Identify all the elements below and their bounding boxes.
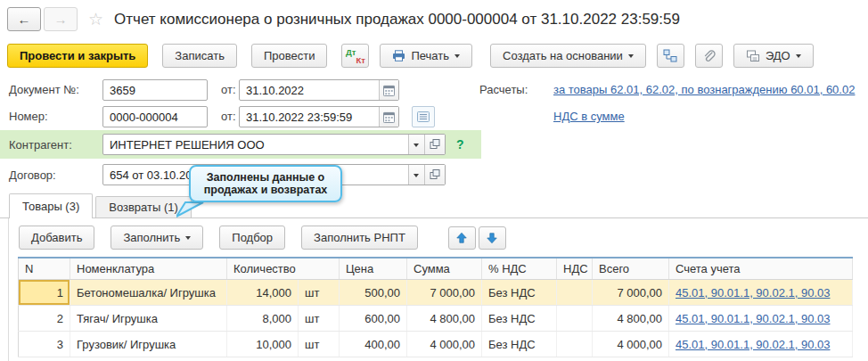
cell-unit: шт bbox=[299, 306, 340, 332]
help-link[interactable]: ? bbox=[456, 137, 464, 152]
edo-button[interactable]: ЭДО bbox=[733, 44, 814, 68]
cell-total: 7 000,00 bbox=[593, 280, 669, 306]
dtkt-icon: ДтКт bbox=[346, 48, 365, 64]
contract-dropdown-button[interactable] bbox=[408, 165, 424, 185]
forward-arrow-icon: → bbox=[54, 12, 68, 27]
cell-nomenclature: Грузовик/ Игрушка bbox=[70, 332, 227, 357]
cell-accounts: 45.01, 90.01.1, 90.02.1, 90.03 bbox=[669, 306, 853, 332]
print-button[interactable]: Печать bbox=[380, 44, 472, 68]
document-date-field[interactable] bbox=[239, 79, 399, 101]
edo-documents-icon bbox=[746, 50, 760, 62]
number-input[interactable] bbox=[103, 107, 207, 127]
contract-open-button[interactable] bbox=[424, 165, 445, 185]
dropdown-caret-icon bbox=[414, 144, 419, 147]
counterparty-field[interactable] bbox=[102, 134, 446, 155]
cell-amount: 7 000,00 bbox=[407, 280, 482, 306]
number-field[interactable] bbox=[102, 106, 208, 127]
document-no-label: Документ №: bbox=[9, 83, 79, 96]
number-datetime-input[interactable] bbox=[240, 107, 379, 127]
document-no-field[interactable] bbox=[102, 79, 208, 101]
move-row-buttons bbox=[448, 226, 506, 250]
table-toolbar: Добавить Заполнить Подбор Заполнить РНПТ bbox=[9, 226, 868, 250]
move-down-button[interactable] bbox=[479, 226, 506, 250]
pick-button[interactable]: Подбор bbox=[219, 226, 285, 250]
nav-buttons: ← → bbox=[7, 7, 78, 31]
command-toolbar: Провести и закрыть Записать Провести ДтК… bbox=[0, 33, 868, 73]
number-datetime-field[interactable] bbox=[239, 106, 399, 127]
cell-n: 2 bbox=[19, 306, 70, 332]
col-vat-rate: % НДС bbox=[482, 258, 557, 280]
counterparty-label: Контрагент: bbox=[9, 138, 72, 152]
fill-rnpt-button[interactable]: Заполнить РНПТ bbox=[301, 226, 418, 250]
back-button[interactable]: ← bbox=[7, 7, 41, 31]
dropdown-caret-icon bbox=[454, 54, 460, 58]
table-row[interactable]: 1 Бетономешалка/ Игрушка 14,000 шт 500,0… bbox=[19, 280, 853, 306]
save-button[interactable]: Записать bbox=[162, 44, 237, 68]
cell-accounts: 45.01, 90.01.1, 90.02.1, 90.03 bbox=[669, 332, 853, 357]
col-amount: Сумма bbox=[407, 258, 482, 280]
cell-unit: шт bbox=[299, 332, 340, 357]
table-row[interactable]: 3 Грузовик/ Игрушка 10,000 шт 400,00 4 0… bbox=[19, 332, 853, 357]
accounts-link[interactable]: 45.01, 90.01.1, 90.02.1, 90.03 bbox=[676, 286, 830, 299]
goods-table: N Номенклатура Количество Цена Сумма % Н… bbox=[18, 257, 853, 357]
hint-tooltip: Заполнены данные о продажах и возвратах bbox=[189, 165, 342, 202]
table-row[interactable]: 2 Тягач/ Игрушка 8,000 шт 600,00 4 800,0… bbox=[19, 306, 853, 332]
col-nomenclature: Номенклатура bbox=[70, 258, 227, 280]
document-date-input[interactable] bbox=[240, 80, 379, 100]
cell-nomenclature: Тягач/ Игрушка bbox=[70, 306, 227, 332]
list-view-button[interactable] bbox=[412, 106, 435, 127]
cell-qty: 8,000 bbox=[227, 306, 299, 332]
dtkt-postings-button[interactable]: ДтКт bbox=[341, 44, 369, 68]
move-up-button[interactable] bbox=[448, 226, 476, 250]
titlebar: ← → ☆ Отчет комиссионера о розничных про… bbox=[0, 0, 868, 33]
number-label: Номер: bbox=[9, 110, 48, 123]
cell-vat bbox=[557, 332, 593, 357]
col-quantity: Количество bbox=[227, 258, 340, 280]
cell-vat-rate: Без НДС bbox=[482, 332, 557, 357]
create-based-on-button[interactable]: Создать на основании bbox=[490, 44, 646, 68]
settlements-accounts-link[interactable]: за товары 62.01, 62.02, по вознаграждени… bbox=[553, 83, 855, 96]
dropdown-caret-icon bbox=[185, 236, 191, 240]
attachments-button[interactable] bbox=[695, 44, 723, 68]
goods-panel: Добавить Заполнить Подбор Заполнить РНПТ bbox=[8, 218, 868, 361]
back-arrow-icon: ← bbox=[18, 12, 31, 27]
document-no-input[interactable] bbox=[103, 80, 207, 100]
tab-goods[interactable]: Товары (3) bbox=[9, 193, 93, 218]
post-button[interactable]: Провести bbox=[251, 44, 328, 68]
col-price: Цена bbox=[340, 258, 407, 280]
fill-button[interactable]: Заполнить bbox=[111, 226, 203, 250]
cell-total: 4 000,00 bbox=[593, 332, 669, 357]
favorite-star-icon[interactable]: ☆ bbox=[88, 11, 103, 28]
cell-price: 600,00 bbox=[340, 306, 407, 332]
list-icon bbox=[417, 111, 430, 122]
post-and-close-button[interactable]: Провести и закрыть bbox=[7, 44, 148, 68]
forward-button[interactable]: → bbox=[44, 7, 78, 31]
cell-vat-rate: Без НДС bbox=[482, 280, 557, 306]
from-label: от: bbox=[221, 83, 236, 96]
related-documents-button[interactable] bbox=[657, 44, 684, 68]
calendar-button[interactable] bbox=[379, 80, 398, 100]
vat-in-amount-link[interactable]: НДС в сумме bbox=[553, 110, 625, 123]
dropdown-caret-icon bbox=[796, 54, 801, 58]
open-item-icon bbox=[430, 139, 440, 150]
add-row-button[interactable]: Добавить bbox=[19, 226, 94, 250]
arrow-up-icon bbox=[455, 232, 468, 244]
accounts-link[interactable]: 45.01, 90.01.1, 90.02.1, 90.03 bbox=[676, 312, 830, 325]
cell-vat-rate: Без НДС bbox=[482, 306, 557, 332]
tooltip-tail bbox=[176, 201, 205, 217]
cell-amount: 4 000,00 bbox=[407, 332, 482, 357]
table-header-row: N Номенклатура Количество Цена Сумма % Н… bbox=[19, 258, 853, 280]
cell-unit: шт bbox=[299, 280, 340, 306]
col-total: Всего bbox=[593, 258, 669, 280]
cell-vat bbox=[557, 280, 593, 306]
cell-price: 500,00 bbox=[340, 280, 407, 306]
accounts-link[interactable]: 45.01, 90.01.1, 90.02.1, 90.03 bbox=[676, 338, 830, 351]
cell-amount: 4 800,00 bbox=[407, 306, 482, 332]
cell-n: 1 bbox=[19, 280, 70, 306]
contract-label: Договор: bbox=[9, 168, 56, 182]
col-n: N bbox=[19, 258, 70, 280]
calendar-button[interactable] bbox=[379, 107, 398, 127]
counterparty-dropdown-button[interactable] bbox=[408, 135, 424, 154]
counterparty-open-button[interactable] bbox=[424, 135, 445, 154]
counterparty-input[interactable] bbox=[103, 135, 408, 154]
